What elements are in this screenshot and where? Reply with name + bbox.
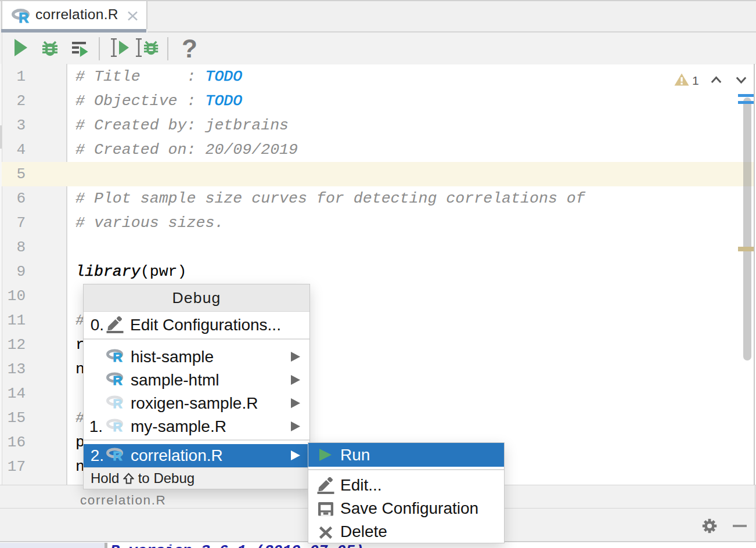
- svg-text:R: R: [19, 10, 28, 23]
- svg-text:R: R: [113, 449, 122, 462]
